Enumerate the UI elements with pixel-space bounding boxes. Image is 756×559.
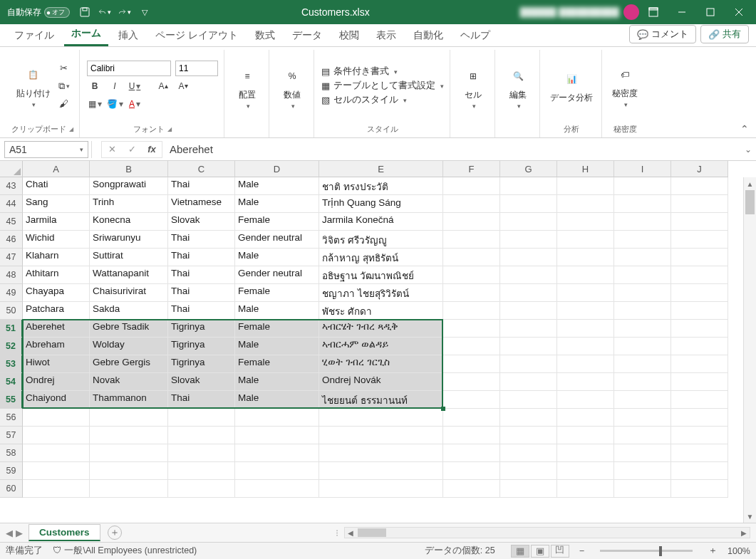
cell[interactable]: Sang [23, 195, 90, 213]
cell[interactable] [500, 284, 557, 302]
cell[interactable] [557, 338, 614, 355]
font-color-button[interactable]: A▾ [127, 96, 143, 112]
insert-function-icon[interactable]: fx [142, 144, 162, 155]
cell[interactable]: Hiwot [23, 355, 90, 373]
col-header[interactable]: J [671, 161, 728, 177]
cell[interactable] [23, 480, 90, 498]
cell[interactable] [443, 355, 500, 373]
cell[interactable] [557, 444, 614, 462]
cell[interactable] [443, 249, 500, 266]
cell[interactable] [500, 195, 557, 213]
format-as-table-button[interactable]: ▦テーブルとして書式設定▾ [321, 80, 444, 92]
horizontal-scrollbar[interactable]: ◀ ▶ [344, 527, 750, 538]
cell[interactable] [500, 373, 557, 391]
cell[interactable] [500, 444, 557, 462]
cell[interactable]: Chayapa [23, 284, 90, 302]
format-painter-icon[interactable]: 🖌 [56, 96, 72, 112]
cell[interactable] [671, 373, 728, 391]
scroll-thumb[interactable] [745, 190, 755, 214]
cell[interactable]: พัชระ ศักดา [319, 302, 443, 320]
enter-formula-icon[interactable]: ✓ [122, 144, 142, 155]
row-header[interactable]: 55 [0, 391, 23, 409]
zoom-level[interactable]: 100% [727, 546, 750, 556]
cell[interactable] [557, 373, 614, 391]
cell[interactable] [90, 427, 168, 444]
expand-formula-bar-icon[interactable]: ⌄ [740, 145, 756, 155]
column-headers[interactable]: ABCDEFGHIJ [23, 161, 728, 177]
col-header[interactable]: B [90, 161, 168, 177]
cell[interactable]: Female [235, 213, 319, 231]
cell[interactable] [235, 480, 319, 498]
cell[interactable]: Suttirat [90, 249, 168, 266]
zoom-slider[interactable] [600, 550, 693, 552]
cell[interactable]: Wattanapanit [90, 266, 168, 284]
cell[interactable]: Male [235, 373, 319, 391]
hscroll-thumb[interactable] [358, 528, 386, 537]
row-header[interactable]: 57 [0, 427, 23, 444]
cell[interactable] [443, 462, 500, 480]
cell[interactable]: Trịnh Quang Sáng [319, 195, 443, 213]
cell-styles-button[interactable]: ▧セルのスタイル▾ [321, 94, 444, 106]
formula-input[interactable]: Aberehet [162, 142, 740, 157]
cell[interactable] [168, 444, 235, 462]
cell[interactable]: Ondrej [23, 373, 90, 391]
cell[interactable]: Slovak [168, 213, 235, 231]
cell[interactable] [614, 320, 671, 338]
tab-データ[interactable]: データ [285, 25, 329, 46]
cell[interactable] [671, 302, 728, 320]
row-header[interactable]: 52 [0, 338, 23, 355]
font-name-input[interactable] [87, 61, 171, 76]
autosave-toggle[interactable]: オフ [44, 7, 70, 18]
row-header[interactable]: 59 [0, 462, 23, 480]
prev-sheet-icon[interactable]: ◀ [6, 528, 13, 538]
cell[interactable]: ሂወት ገብረ ገርጊስ [319, 355, 443, 373]
row-header[interactable]: 48 [0, 266, 23, 284]
cell[interactable] [671, 444, 728, 462]
cell[interactable]: Thammanon [90, 391, 168, 409]
cell[interactable] [500, 302, 557, 320]
scroll-down-icon[interactable]: ▼ [744, 510, 756, 523]
cell[interactable]: Female [235, 320, 319, 338]
cell[interactable] [443, 480, 500, 498]
row-header[interactable]: 47 [0, 249, 23, 266]
cell[interactable] [319, 427, 443, 444]
tab-校閲[interactable]: 校閲 [332, 25, 366, 46]
cell[interactable]: Gebre Tsadik [90, 320, 168, 338]
cell[interactable] [614, 284, 671, 302]
cell[interactable] [671, 338, 728, 355]
cell[interactable] [90, 409, 168, 427]
cell[interactable] [557, 391, 614, 409]
cell[interactable]: วิจิตร ศรีวรัญญู [319, 231, 443, 249]
sheet-nav[interactable]: ◀▶ [0, 528, 29, 538]
cell[interactable] [614, 444, 671, 462]
cell[interactable]: ኣብርሓም ወልዳይ [319, 338, 443, 355]
cell[interactable]: Sakda [90, 302, 168, 320]
cell[interactable] [443, 391, 500, 409]
cell[interactable] [614, 391, 671, 409]
cell[interactable] [557, 177, 614, 195]
cell[interactable] [168, 462, 235, 480]
cell[interactable] [500, 231, 557, 249]
cell[interactable] [614, 302, 671, 320]
cell[interactable]: ชาติ ทรงประวัติ [319, 177, 443, 195]
cell[interactable]: ไชยยนต์ ธรรมานนท์ [319, 391, 443, 409]
cell[interactable]: Male [235, 177, 319, 195]
fill-handle[interactable] [441, 407, 445, 411]
cell[interactable] [557, 355, 614, 373]
rows[interactable]: 43ChatiSongprawatiThaiMaleชาติ ทรงประวัต… [0, 177, 756, 498]
cell[interactable] [614, 338, 671, 355]
ribbon-mode-icon[interactable] [639, 0, 668, 24]
cell[interactable] [168, 427, 235, 444]
cell[interactable] [614, 409, 671, 427]
cell[interactable] [557, 409, 614, 427]
cell[interactable] [557, 462, 614, 480]
cell[interactable] [443, 373, 500, 391]
select-all-cell[interactable] [0, 161, 23, 177]
row-header[interactable]: 46 [0, 231, 23, 249]
col-header[interactable]: G [500, 161, 557, 177]
minimize-icon[interactable] [668, 0, 696, 24]
number-button[interactable]: %数値▾ [276, 63, 308, 111]
cell[interactable] [614, 373, 671, 391]
cell[interactable]: Klaharn [23, 249, 90, 266]
cell[interactable] [671, 320, 728, 338]
